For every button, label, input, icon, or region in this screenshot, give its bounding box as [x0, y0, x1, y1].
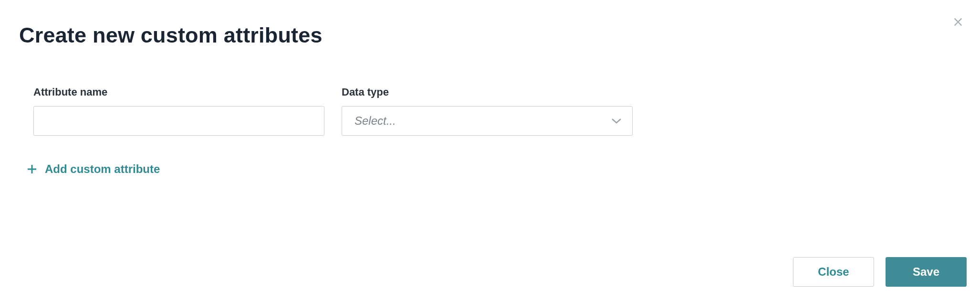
footer-buttons: Close Save — [793, 257, 967, 287]
chevron-down-icon — [611, 116, 622, 126]
data-type-group: Data type Select... — [342, 86, 633, 136]
add-custom-attribute-link[interactable]: Add custom attribute — [0, 136, 980, 176]
plus-icon — [26, 163, 38, 175]
form-area: Attribute name Data type Select... — [0, 48, 980, 136]
dialog-title: Create new custom attributes — [0, 0, 980, 48]
data-type-placeholder: Select... — [354, 114, 396, 128]
attribute-name-label: Attribute name — [33, 86, 324, 98]
close-button[interactable]: Close — [793, 257, 874, 287]
close-icon[interactable] — [949, 13, 967, 31]
data-type-select[interactable]: Select... — [342, 106, 633, 136]
save-button[interactable]: Save — [886, 257, 967, 287]
close-button-label: Close — [818, 265, 849, 279]
data-type-label: Data type — [342, 86, 633, 98]
attribute-name-input[interactable] — [33, 106, 324, 136]
save-button-label: Save — [913, 265, 939, 279]
add-custom-attribute-label: Add custom attribute — [45, 162, 160, 176]
attribute-name-group: Attribute name — [33, 86, 324, 136]
